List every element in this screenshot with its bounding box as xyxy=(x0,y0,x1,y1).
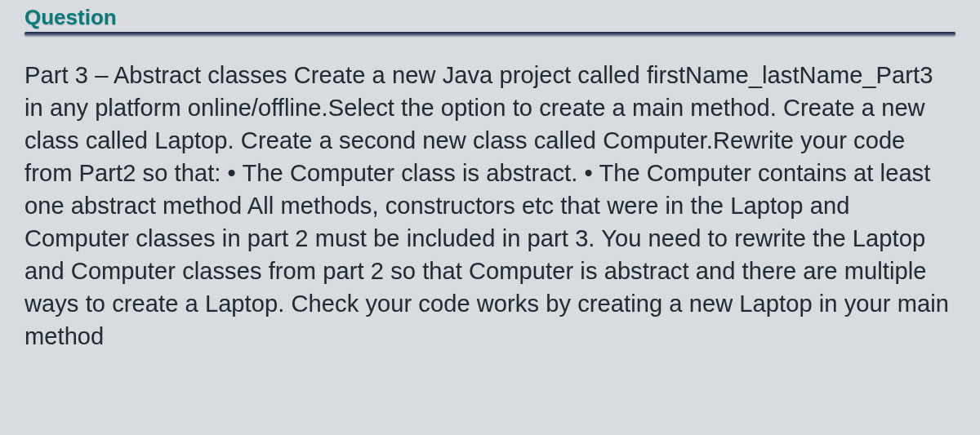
question-heading: Question xyxy=(24,5,956,30)
heading-divider xyxy=(24,32,956,36)
question-body-text: Part 3 – Abstract classes Create a new J… xyxy=(24,59,956,353)
